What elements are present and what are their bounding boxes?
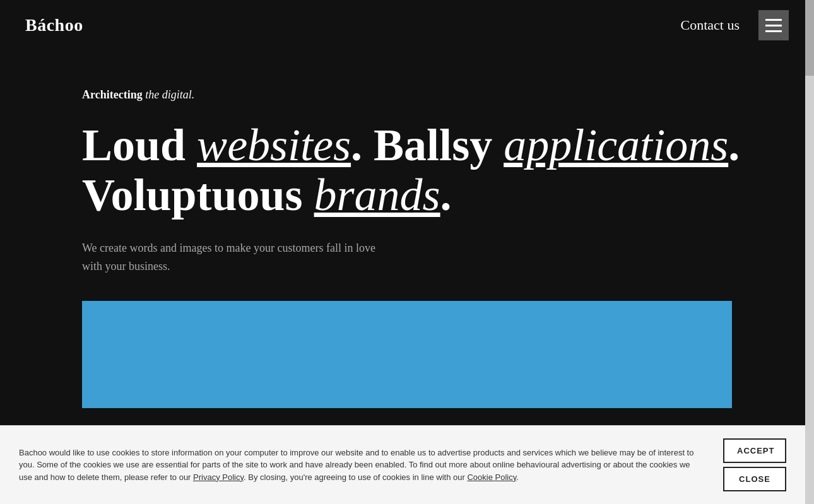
nav-right: Contact us <box>681 10 789 40</box>
headline-period: . <box>440 170 452 220</box>
headline-voluptuous: Voluptuous <box>82 170 314 220</box>
privacy-policy-link[interactable]: Privacy Policy <box>193 472 244 482</box>
cookie-buttons: ACCEPT CLOSE <box>723 438 786 491</box>
cookie-text-part2: . By closing, you're agreeing to use of … <box>244 472 467 482</box>
headline-line2: Voluptuous brands. <box>82 170 789 220</box>
headline-punct2: . <box>728 120 740 170</box>
architecting-tagline: Architecting the digital. <box>82 88 789 102</box>
scrollbar-thumb[interactable] <box>805 0 814 76</box>
logo: Báchoo <box>25 15 83 35</box>
close-button[interactable]: CLOSE <box>723 467 786 491</box>
cookie-text: Bachoo would like to use cookies to stor… <box>19 447 694 484</box>
navbar: Báchoo Contact us <box>0 0 814 50</box>
headline-punct1: . <box>351 120 374 170</box>
menu-icon-line1 <box>765 19 782 21</box>
main-headline: Loud websites. Ballsy applications. Volu… <box>82 120 789 220</box>
contact-link[interactable]: Contact us <box>681 17 740 33</box>
architecting-bold: Architecting <box>82 88 143 101</box>
architecting-italic: the digital. <box>143 88 195 101</box>
headline-websites: websites <box>197 120 351 170</box>
headline-brands: brands <box>314 170 440 220</box>
menu-button[interactable] <box>758 10 789 40</box>
menu-icon-line2 <box>765 25 782 26</box>
blue-section <box>82 301 732 408</box>
scrollbar-track[interactable] <box>805 0 814 504</box>
cookie-banner: Bachoo would like to use cookies to stor… <box>0 425 805 504</box>
hero-section: Architecting the digital. Loud websites.… <box>0 50 814 301</box>
cookie-policy-link[interactable]: Cookie Policy <box>467 472 516 482</box>
hero-subtext: We create words and images to make your … <box>82 239 385 276</box>
accept-button[interactable]: ACCEPT <box>723 438 786 463</box>
headline-ballsy: Ballsy <box>374 120 504 170</box>
cookie-text-part3: . <box>516 472 519 482</box>
menu-icon-line3 <box>765 30 782 32</box>
headline-line1: Loud websites. Ballsy applications. <box>82 120 789 170</box>
headline-applications: applications <box>504 120 728 170</box>
headline-loud: Loud <box>82 120 197 170</box>
